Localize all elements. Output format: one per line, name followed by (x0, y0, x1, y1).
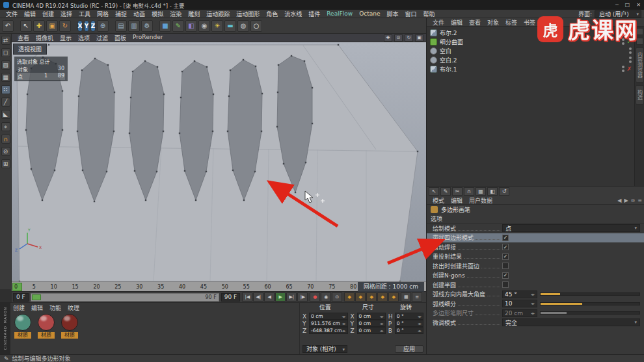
keyframe-button[interactable]: ◆ (388, 292, 399, 302)
menu-item[interactable]: 文件 (3, 10, 21, 18)
view-control-icon[interactable]: ✚ (384, 34, 392, 42)
record-button[interactable]: ⊙ (332, 292, 342, 302)
coordinate-field[interactable]: 0 °◂▸ (395, 313, 423, 320)
menu-item[interactable]: 帮助 (420, 10, 438, 18)
menu-item[interactable]: 编辑 (21, 10, 39, 18)
viewport[interactable]: 查看摄像机显示选项过滤面板ProRender ✚⊙↻▣ (12, 34, 426, 281)
material-item[interactable]: 材质 (36, 314, 56, 339)
lock-icon[interactable]: ⊙ (631, 198, 636, 203)
menu-item[interactable]: 脚本 (384, 10, 402, 18)
record-button[interactable]: ◉ (321, 292, 331, 302)
toolbar-icon[interactable]: ✎ (172, 20, 184, 32)
object-name[interactable]: 空白 (440, 47, 451, 55)
menu-item[interactable]: Octane (356, 10, 383, 17)
attribute-dropdown[interactable]: 完全▾ (502, 318, 640, 326)
material-sphere[interactable] (14, 314, 31, 331)
palette-icon[interactable]: ◧ (487, 187, 498, 196)
attribute-number-field[interactable]: 45 °◂▸ (502, 291, 537, 298)
object-manager-menu-item[interactable]: 文件 (429, 18, 448, 27)
view-control-icon[interactable]: ↻ (405, 34, 413, 42)
attribute-dropdown[interactable]: 点▾ (502, 224, 640, 232)
material-sphere[interactable] (38, 314, 55, 331)
palette-icon[interactable]: ✎ (440, 187, 451, 196)
mode-tool-icon[interactable]: ∩ (1, 135, 10, 144)
attribute-checkbox[interactable] (502, 281, 509, 288)
mode-tool-icon[interactable]: ◻ (1, 48, 10, 57)
toolbar-icon[interactable]: ▤ (115, 20, 127, 32)
toolbar-icon[interactable]: ☀ (211, 20, 223, 32)
keyframe-button[interactable]: ◆ (355, 292, 366, 302)
minimize-button[interactable]: ─ (615, 2, 619, 8)
transport-button[interactable]: ◀ (264, 292, 275, 302)
toolbar-icon[interactable]: ▣ (46, 20, 58, 32)
toolbar-icon[interactable]: ⚙ (141, 20, 153, 32)
current-frame-field[interactable]: 0 F (13, 293, 29, 302)
toolbar-icon[interactable]: X (77, 20, 83, 32)
mode-tool-icon[interactable]: ╱ (1, 97, 10, 107)
attribute-number-field[interactable]: 10◂▸ (502, 300, 537, 307)
menu-item[interactable]: 模拟 (148, 10, 167, 18)
material-item[interactable]: 材质 (60, 314, 79, 339)
viewport-menu-item[interactable]: 过滤 (93, 34, 111, 42)
menu-item[interactable]: 运动图形 (233, 10, 263, 18)
palette-icon[interactable]: ∩ (464, 187, 474, 196)
attribute-checkbox[interactable]: ✓ (502, 235, 509, 241)
material-item[interactable]: 材质 (13, 314, 33, 339)
toolbar-icon[interactable]: ✚ (33, 20, 45, 32)
coordinate-field[interactable]: 0 cm◂▸ (357, 327, 386, 334)
menu-item[interactable]: 运动跟踪 (203, 10, 233, 18)
mode-tool-icon[interactable]: ▦ (1, 73, 10, 82)
menu-item[interactable]: 工具 (75, 10, 94, 18)
attribute-checkbox[interactable]: ✓ (502, 253, 509, 260)
mode-tool-icon[interactable]: ⊘ (1, 147, 10, 156)
coordinate-field[interactable]: 0 cm◂▸ (357, 313, 386, 320)
timeline-extra-button[interactable]: ▦ (401, 292, 411, 302)
attribute-number-field[interactable]: 20 cm◂▸ (502, 309, 537, 317)
palette-icon[interactable]: ↖ (429, 187, 439, 196)
material-menu-item[interactable]: 纹理 (68, 304, 83, 312)
coordinate-field[interactable]: -648.387 cm◂▸ (309, 327, 348, 334)
toolbar-icon[interactable]: ○ (250, 20, 262, 32)
apply-button[interactable]: 应用 (395, 345, 423, 353)
toolbar-icon[interactable]: ▬ (224, 20, 236, 32)
palette-icon[interactable]: ↺ (499, 187, 509, 196)
keyframe-button[interactable]: ◆ (377, 292, 388, 302)
viewport-menu-item[interactable]: 选项 (75, 34, 93, 42)
attribute-menu-item[interactable]: 模式 (429, 196, 448, 205)
viewport-menu-item[interactable]: 摄像机 (33, 34, 57, 42)
menu-item[interactable]: 窗口 (402, 10, 420, 18)
object-manager-menu-item[interactable]: 查看 (466, 18, 484, 27)
timeline-ruler[interactable]: 05101520253035404550556065707580859095 网… (12, 281, 426, 291)
toolbar-icon[interactable]: ■ (159, 20, 171, 32)
material-menu-item[interactable]: 编辑 (31, 304, 47, 312)
object-row[interactable]: 空白 (427, 46, 635, 55)
attribute-slider[interactable] (540, 302, 640, 305)
transport-button[interactable]: ▶| (286, 292, 297, 302)
vertical-panel-tab[interactable]: 内容浏览器 (636, 47, 644, 83)
object-name[interactable]: 空白.2 (440, 56, 457, 64)
object-row[interactable]: 布尔.1 ✗ (427, 64, 635, 73)
attribute-slider[interactable] (540, 311, 640, 315)
disabled-mark-icon[interactable]: ✗ (626, 66, 632, 72)
record-button[interactable]: ● (310, 292, 320, 302)
maximize-button[interactable]: □ (625, 2, 630, 8)
timeline-extra-button[interactable]: ≡ (412, 292, 422, 302)
material-menu-item[interactable]: 创建 (13, 304, 29, 312)
vertical-panel-tab[interactable]: 构造 (636, 85, 644, 105)
close-button[interactable]: ✕ (636, 2, 641, 8)
menu-item[interactable]: 角色 (263, 10, 281, 18)
toolbar-icon[interactable]: ◧ (185, 20, 197, 32)
toolbar-icon[interactable]: ⊕ (97, 20, 109, 32)
transport-button[interactable]: ◀| (253, 292, 263, 302)
toolbar-icon[interactable]: ▥ (128, 20, 140, 32)
view-control-icon[interactable]: ▣ (415, 34, 423, 42)
visibility-dots[interactable] (622, 66, 624, 72)
coordinate-field[interactable]: 0 cm◂▸ (357, 320, 386, 327)
mode-tool-icon[interactable]: ∷ (1, 85, 10, 94)
panel-menu-icon[interactable]: ≡ (637, 198, 642, 203)
mode-tool-icon[interactable]: ▨ (1, 60, 10, 70)
toolbar-icon[interactable]: ◍ (237, 20, 249, 32)
toolbar-icon[interactable]: ↖ (20, 20, 32, 32)
menu-item[interactable]: 动画 (130, 10, 148, 18)
options-section-header[interactable]: 选项 (427, 214, 644, 224)
